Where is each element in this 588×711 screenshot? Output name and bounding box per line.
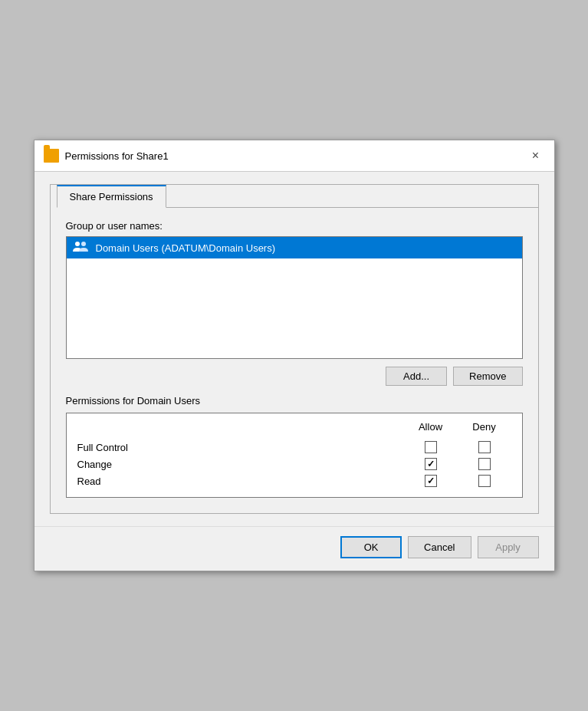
dialog-title: Permissions for Share1 [65, 150, 521, 162]
perm-change-label: Change [77, 459, 404, 470]
user-list[interactable]: Domain Users (ADATUM\Domain Users) [66, 236, 523, 359]
permissions-header: Allow Deny [77, 421, 511, 433]
fullcontrol-allow-col [404, 441, 458, 453]
perm-fullcontrol-label: Full Control [77, 442, 404, 453]
change-allow-col [404, 458, 458, 470]
fullcontrol-deny-col [458, 441, 511, 453]
svg-point-0 [75, 242, 80, 246]
read-deny-col [458, 475, 511, 487]
svg-point-1 [81, 242, 86, 246]
fullcontrol-allow-checkbox[interactable] [425, 441, 437, 453]
close-button[interactable]: × [527, 146, 545, 165]
list-item[interactable]: Domain Users (ADATUM\Domain Users) [67, 237, 522, 258]
users-icon [71, 240, 90, 255]
read-allow-checkbox[interactable] [425, 475, 437, 487]
dialog-body: Share Permissions Group or user names: [34, 172, 554, 526]
title-bar: Permissions for Share1 × [34, 140, 554, 172]
perm-row-fullcontrol: Full Control [77, 439, 511, 456]
read-allow-col [404, 475, 458, 487]
change-deny-col [458, 458, 511, 470]
permissions-for-label: Permissions for Domain Users [66, 395, 523, 407]
user-name: Domain Users (ADATUM\Domain Users) [96, 242, 276, 254]
add-remove-row: Add... Remove [66, 367, 523, 386]
fullcontrol-deny-checkbox[interactable] [478, 441, 491, 453]
folder-icon [44, 149, 59, 163]
change-deny-checkbox[interactable] [478, 458, 491, 470]
tab-bar: Share Permissions [57, 185, 538, 208]
apply-button[interactable]: Apply [478, 536, 539, 558]
tab-container: Share Permissions Group or user names: [50, 184, 539, 514]
perm-row-read: Read [77, 472, 511, 489]
tab-share-permissions[interactable]: Share Permissions [57, 185, 166, 208]
read-deny-checkbox[interactable] [478, 475, 491, 487]
perm-read-label: Read [77, 476, 404, 487]
allow-header: Allow [404, 421, 458, 433]
deny-header: Deny [458, 421, 511, 433]
remove-button[interactable]: Remove [453, 367, 522, 386]
tab-content: Group or user names: Domain Users (ADATU… [51, 208, 538, 513]
add-button[interactable]: Add... [386, 367, 447, 386]
ok-button[interactable]: OK [340, 536, 402, 558]
perm-row-change: Change [77, 456, 511, 472]
dialog-footer: OK Cancel Apply [34, 526, 554, 571]
permissions-table: Allow Deny Full Control [66, 413, 523, 498]
cancel-button[interactable]: Cancel [408, 536, 471, 558]
group-label: Group or user names: [66, 220, 523, 232]
permissions-dialog: Permissions for Share1 × Share Permissio… [34, 140, 555, 571]
change-allow-checkbox[interactable] [425, 458, 437, 470]
